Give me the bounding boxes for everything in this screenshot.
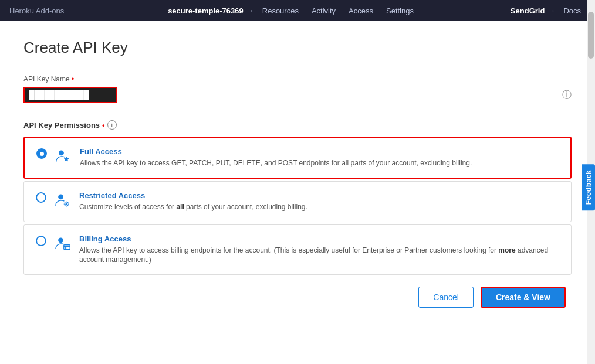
api-key-info-icon[interactable]: ⓘ xyxy=(562,89,572,101)
restricted-access-radio[interactable] xyxy=(36,192,46,203)
restricted-access-title: Restricted Access xyxy=(79,191,559,200)
full-access-icon xyxy=(55,148,72,166)
scrollbar-thumb[interactable] xyxy=(588,12,594,59)
svg-point-1 xyxy=(58,194,63,199)
full-access-option[interactable]: Full Access Allows the API key to access… xyxy=(23,137,572,179)
nav-link-resources[interactable]: Resources xyxy=(258,6,303,15)
full-access-radio[interactable] xyxy=(36,148,47,159)
svg-point-2 xyxy=(65,203,67,205)
main-content: Create API Key API Key Name • ⓘ API Key … xyxy=(0,21,595,319)
app-name: secure-temple-76369 xyxy=(168,6,244,15)
cancel-button[interactable]: Cancel xyxy=(418,287,474,308)
page-title: Create API Key xyxy=(23,39,572,57)
create-view-button[interactable]: Create & View xyxy=(481,287,566,308)
svg-point-3 xyxy=(58,237,63,243)
nav-link-settings[interactable]: Settings xyxy=(381,6,418,15)
billing-access-desc: Allows the API key to access billing end… xyxy=(79,246,559,266)
nav-arrow-2: → xyxy=(548,6,555,15)
billing-access-radio[interactable] xyxy=(36,236,46,246)
billing-access-icon-col xyxy=(55,234,71,254)
permission-options: Full Access Allows the API key to access… xyxy=(23,137,572,275)
permissions-label: API Key Permissions • i xyxy=(23,120,572,130)
nav-center: secure-temple-76369 → Resources Activity… xyxy=(76,6,511,15)
billing-access-title: Billing Access xyxy=(79,234,559,243)
nav-link-activity[interactable]: Activity xyxy=(307,6,340,15)
restricted-access-icon-col xyxy=(55,191,71,210)
full-access-title: Full Access xyxy=(80,147,559,156)
brand-label: Heroku Add-ons xyxy=(9,6,64,15)
required-marker: • xyxy=(72,74,75,83)
nav-right: SendGrid → Docs xyxy=(511,6,586,15)
permissions-required-marker: • xyxy=(102,121,105,130)
full-access-icon-col xyxy=(55,147,72,166)
full-access-text: Full Access Allows the API key to access… xyxy=(80,147,559,168)
billing-access-option[interactable]: Billing Access Allows the API key to acc… xyxy=(23,224,572,275)
svg-rect-4 xyxy=(64,244,70,249)
billing-access-radio-col xyxy=(36,234,46,246)
footer-buttons: Cancel Create & View xyxy=(23,287,572,308)
feedback-tab[interactable]: Feedback xyxy=(582,164,595,210)
restricted-access-desc: Customize levels of access for all parts… xyxy=(79,202,559,212)
api-key-name-label: API Key Name • xyxy=(23,74,572,83)
sendgrid-label: SendGrid xyxy=(511,6,545,15)
restricted-access-text: Restricted Access Customize levels of ac… xyxy=(79,191,559,212)
billing-access-text: Billing Access Allows the API key to acc… xyxy=(79,234,559,266)
api-key-name-wrapper: ⓘ xyxy=(23,87,572,106)
full-access-desc: Allows the API key to access GET, PATCH,… xyxy=(80,158,559,168)
top-navigation: Heroku Add-ons secure-temple-76369 → Res… xyxy=(0,0,595,21)
restricted-access-radio-col xyxy=(36,191,46,203)
full-access-radio-col xyxy=(36,147,47,159)
nav-link-docs[interactable]: Docs xyxy=(559,6,586,15)
nav-arrow-1: → xyxy=(247,6,254,15)
svg-point-0 xyxy=(59,151,64,156)
restricted-access-icon xyxy=(55,192,71,210)
restricted-access-option[interactable]: Restricted Access Customize levels of ac… xyxy=(23,181,572,222)
billing-access-icon xyxy=(55,236,71,254)
api-key-name-input[interactable] xyxy=(23,87,117,103)
nav-link-access[interactable]: Access xyxy=(344,6,378,15)
svg-rect-5 xyxy=(65,247,67,249)
permissions-info-icon[interactable]: i xyxy=(107,120,117,130)
